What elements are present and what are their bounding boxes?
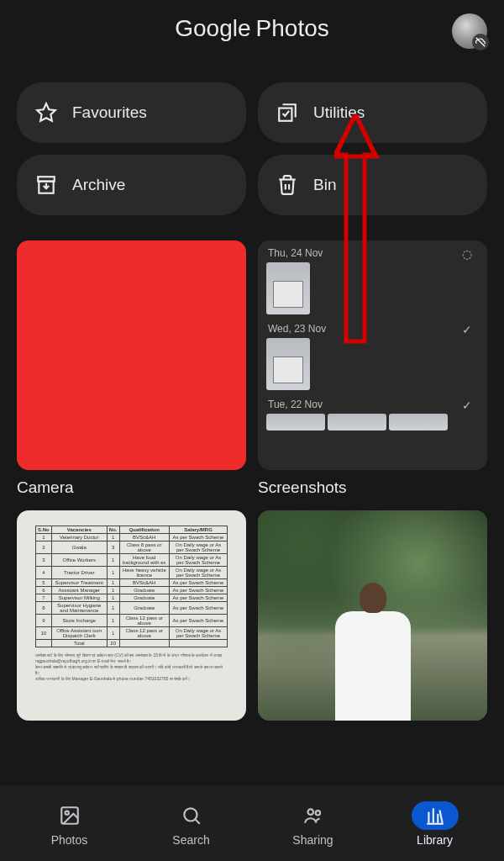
- document-table: S.NoVacanciesNo.QualificationSalary/MRG …: [35, 526, 228, 647]
- search-icon: [168, 801, 215, 830]
- bin-icon: [276, 174, 298, 196]
- archive-label: Archive: [72, 176, 125, 194]
- date-label: Wed, 23 Nov: [268, 323, 326, 335]
- date-label: Thu, 24 Nov: [268, 247, 323, 259]
- svg-line-9: [195, 819, 199, 823]
- backup-status-icon: ◌: [462, 247, 472, 261]
- bottom-navigation: Photos Search Sharing Library: [0, 785, 504, 861]
- bin-label: Bin: [313, 176, 336, 194]
- camera-thumbnail: [17, 240, 246, 470]
- app-text: Photos: [256, 15, 329, 42]
- svg-point-11: [315, 811, 319, 815]
- svg-line-15: [439, 811, 442, 823]
- album-photo[interactable]: [258, 510, 487, 721]
- album-camera[interactable]: Camera: [17, 240, 246, 497]
- favourites-label: Favourites: [72, 103, 147, 122]
- screenshots-label: Screenshots: [258, 478, 487, 497]
- avatar[interactable]: [452, 13, 487, 49]
- favourites-button[interactable]: Favourites: [17, 82, 246, 143]
- screenshot-thumb: [389, 414, 448, 430]
- bin-button[interactable]: Bin: [258, 155, 487, 215]
- document-text: उपरोक्त पदों के लिए योग्यता, पूर्ण विवरण…: [35, 652, 228, 682]
- archive-icon: [35, 174, 57, 196]
- star-icon: [35, 102, 57, 124]
- utilities-label: Utilities: [313, 103, 365, 122]
- library-icon: [412, 801, 459, 830]
- nav-sharing[interactable]: Sharing: [252, 801, 374, 847]
- album-document[interactable]: S.NoVacanciesNo.QualificationSalary/MRG …: [17, 510, 246, 721]
- svg-marker-1: [37, 103, 55, 121]
- svg-point-10: [307, 809, 313, 815]
- nav-search[interactable]: Search: [130, 801, 252, 847]
- album-screenshots[interactable]: Thu, 24 Nov ◌ Wed, 23 Nov ✓ Tue, 22 Nov: [258, 240, 487, 497]
- backup-done-icon: ✓: [462, 399, 472, 412]
- screenshot-thumb: [266, 338, 310, 390]
- sharing-icon: [290, 801, 337, 830]
- screenshots-thumbnail: Thu, 24 Nov ◌ Wed, 23 Nov ✓ Tue, 22 Nov: [258, 240, 487, 470]
- brand-text: Google: [175, 15, 250, 42]
- page-title: Google Photos: [175, 15, 328, 42]
- archive-button[interactable]: Archive: [17, 155, 246, 215]
- nav-library-label: Library: [417, 833, 453, 847]
- screenshot-thumb: [266, 262, 310, 314]
- person-figure: [335, 611, 411, 721]
- sync-off-icon: [472, 34, 489, 50]
- svg-point-7: [65, 811, 68, 815]
- svg-point-8: [184, 808, 197, 821]
- photos-icon: [46, 801, 93, 830]
- screenshot-thumb: [266, 414, 325, 430]
- utilities-button[interactable]: Utilities: [258, 82, 487, 143]
- nav-photos-label: Photos: [51, 833, 88, 847]
- camera-label: Camera: [17, 478, 246, 497]
- nav-photos[interactable]: Photos: [8, 801, 130, 847]
- nav-library[interactable]: Library: [374, 801, 496, 847]
- backup-done-icon: ✓: [462, 323, 472, 336]
- nav-search-label: Search: [172, 833, 209, 847]
- date-label: Tue, 22 Nov: [268, 399, 448, 410]
- utilities-icon: [276, 102, 298, 124]
- screenshot-thumb: [328, 414, 386, 430]
- nav-sharing-label: Sharing: [292, 833, 333, 847]
